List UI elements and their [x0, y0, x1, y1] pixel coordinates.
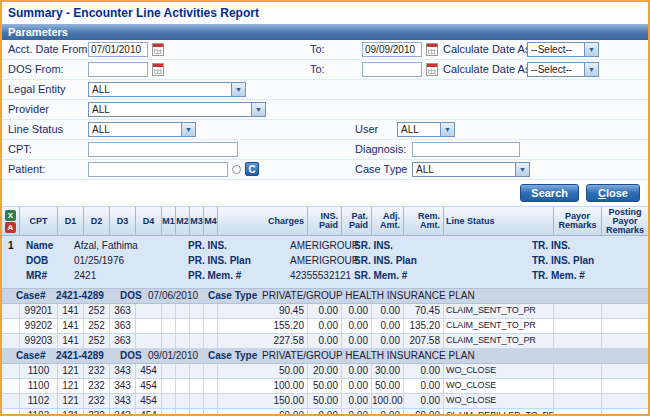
m4-cell [204, 409, 218, 416]
m3-cell [190, 304, 204, 318]
close-button[interactable]: Close [586, 184, 640, 202]
d4-cell: 454 [136, 409, 162, 416]
d3-cell: 363 [110, 304, 136, 318]
patient-row: Patient: C Case Type ALL ▼ [2, 160, 648, 180]
calculate-date-as-select[interactable]: --Select-- ▼ [527, 42, 599, 57]
patient-dob-value: 01/25/1976 [74, 255, 124, 266]
sr-ins-plan-label: SR. INS. Plan [354, 255, 417, 266]
d1-cell: 121 [58, 394, 84, 408]
column-header-d4: D4 [136, 207, 162, 235]
acct-date-to-input[interactable] [362, 42, 422, 57]
column-header-adj-amt: Adj. Amt. [372, 207, 404, 235]
sr-mem-label: SR. Mem. # [354, 270, 407, 281]
m3-cell [190, 409, 204, 416]
chevron-down-icon: ▼ [251, 103, 265, 116]
ins-paid-cell: 50.00 [308, 394, 342, 408]
adj-amt-cell: 30.00 [372, 364, 404, 378]
d1-cell: 121 [58, 364, 84, 378]
calendar-icon[interactable] [152, 63, 164, 76]
dos-value: 07/06/2010 [148, 290, 198, 301]
row-index-cell [2, 394, 20, 408]
case-label: Case# [16, 290, 45, 301]
acct-date-row: Acct. Date From: To: Calculate Date As -… [2, 40, 648, 60]
m4-cell [204, 394, 218, 408]
d3-cell: 363 [110, 334, 136, 348]
user-select[interactable]: ALL ▼ [397, 122, 455, 137]
row-index-cell [2, 304, 20, 318]
dos-from-input[interactable] [88, 62, 148, 77]
m1-cell [162, 379, 176, 393]
patient-row-index: 1 [8, 240, 14, 251]
adj-amt-cell: 0.00 [372, 409, 404, 416]
d2-cell: 252 [84, 304, 110, 318]
calculate-date-as-select-2[interactable]: --Select-- ▼ [527, 62, 599, 77]
ins-paid-cell: 0.00 [308, 319, 342, 333]
chevron-down-icon: ▼ [584, 43, 598, 56]
d4-cell [136, 304, 162, 318]
adj-amt-cell: 100.00 [372, 394, 404, 408]
m2-cell [176, 364, 190, 378]
rem-amt-cell: 207.58 [404, 334, 444, 348]
legal-entity-row: Legal Entity ALL ▼ [2, 80, 648, 100]
calendar-icon[interactable] [426, 63, 438, 76]
patient-input[interactable] [88, 162, 228, 177]
d3-cell: 343 [110, 379, 136, 393]
legal-entity-select[interactable]: ALL ▼ [88, 82, 246, 97]
adj-amt-cell: 0.00 [372, 319, 404, 333]
case-label: Case# [16, 350, 45, 361]
column-header-rem-amt: Rem. Amt. [404, 207, 444, 235]
search-button[interactable]: Search [520, 184, 579, 202]
line-status-select[interactable]: ALL ▼ [88, 122, 196, 137]
column-header-d3: D3 [110, 207, 136, 235]
dos-to-label: To: [310, 63, 325, 75]
calendar-icon[interactable] [426, 43, 438, 56]
dos-to-input[interactable] [362, 62, 422, 77]
cpt-cell: 1100 [20, 364, 58, 378]
pr-mem-label: PR. Mem. # [188, 270, 241, 281]
excel-icon[interactable]: X [5, 210, 16, 221]
acct-date-from-input[interactable] [88, 42, 148, 57]
pdf-icon[interactable]: A [5, 222, 16, 233]
rem-amt-cell: 0.00 [404, 379, 444, 393]
m4-cell [204, 364, 218, 378]
legal-entity-label: Legal Entity [8, 83, 65, 95]
charges-cell: 90.45 [218, 304, 308, 318]
line-status-cell: WO_CLOSE [444, 394, 554, 408]
chevron-down-icon: ▼ [515, 163, 529, 176]
rem-amt-cell: 135.20 [404, 319, 444, 333]
patient-search-radio[interactable] [232, 165, 241, 174]
d4-cell [136, 334, 162, 348]
calendar-icon[interactable] [152, 43, 164, 56]
cpt-input[interactable] [88, 142, 238, 157]
calculate-date-as-label: Calculate Date As [443, 63, 530, 75]
row-index-cell [2, 409, 20, 416]
column-header-m2: M2 [176, 207, 190, 235]
posting-payor-remarks-cell [602, 334, 648, 348]
column-header-posting-payor-remarks: Posting Payor Remarks [602, 207, 648, 235]
rem-amt-cell: 0.00 [404, 364, 444, 378]
posting-payor-remarks-cell [602, 394, 648, 408]
line-status-cell: CLAIM_REBILLED_TO_PR [444, 409, 554, 416]
patient-summary: 1 Name Afzal, Fathima PR. INS. AMERIGROU… [2, 236, 648, 289]
cpt-label: CPT: [8, 143, 32, 155]
chevron-down-icon: ▼ [181, 123, 195, 136]
d2-cell: 232 [84, 409, 110, 416]
m1-cell [162, 364, 176, 378]
m3-cell [190, 334, 204, 348]
report-row: 9920114125236390.450.000.000.0070.45CLAI… [2, 304, 648, 319]
chevron-down-icon: ▼ [584, 63, 598, 76]
row-index-cell [2, 319, 20, 333]
m2-cell [176, 394, 190, 408]
diagnosis-input[interactable] [412, 142, 520, 157]
m1-cell [162, 409, 176, 416]
d2-cell: 232 [84, 394, 110, 408]
case-number: 2421-4289 [56, 350, 104, 361]
patient-search-c-button[interactable]: C [245, 162, 259, 176]
case-type-select[interactable]: ALL ▼ [412, 162, 530, 177]
column-header-pat-paid: Pat. Paid [342, 207, 372, 235]
line-status-cell: WO_CLOSE [444, 364, 554, 378]
posting-payor-remarks-cell [602, 304, 648, 318]
dos-date-row: DOS From: To: Calculate Date As --Select… [2, 60, 648, 80]
provider-select[interactable]: ALL ▼ [88, 102, 266, 117]
m3-cell [190, 364, 204, 378]
